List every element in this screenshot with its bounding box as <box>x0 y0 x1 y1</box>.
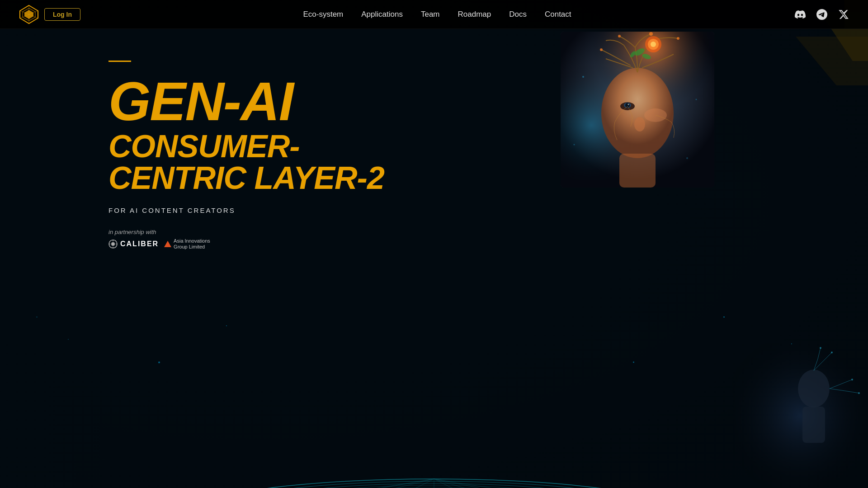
svg-point-26 <box>618 35 621 38</box>
hero-title-sub: CONSUMER- CENTRIC LAYER-2 <box>108 131 384 194</box>
nav-applications[interactable]: Applications <box>361 10 403 19</box>
svg-point-38 <box>686 157 688 159</box>
svg-point-22 <box>625 103 630 108</box>
hero-image-placeholder <box>561 32 714 188</box>
nav-docs[interactable]: Docs <box>509 10 527 19</box>
hero-portrait-svg <box>561 32 714 188</box>
nav-team[interactable]: Team <box>421 10 440 19</box>
partnership-logos: CALIBER Asia InnovationsGroup Limited <box>108 238 384 250</box>
partnership-section: in partnership with CALIBER <box>108 229 384 250</box>
svg-point-39 <box>574 144 575 145</box>
svg-rect-25 <box>619 154 656 188</box>
svg-point-28 <box>677 37 679 40</box>
logo: Log In <box>18 4 80 25</box>
hero-section: GEN-AI CONSUMER- CENTRIC LAYER-2 FOR AI … <box>0 29 868 488</box>
twitter-x-icon[interactable] <box>837 8 850 21</box>
hero-subtitle-line2: CENTRIC LAYER-2 <box>108 162 384 194</box>
caliber-text: CALIBER <box>120 240 159 248</box>
hero-subtitle-line1: CONSUMER- <box>108 131 384 162</box>
svg-point-19 <box>634 117 645 131</box>
telegram-icon[interactable] <box>816 8 828 21</box>
navbar: Log In Eco-system Applications Team Road… <box>0 0 868 29</box>
nav-roadmap[interactable]: Roadmap <box>458 10 491 19</box>
svg-point-32 <box>651 42 656 47</box>
svg-point-27 <box>649 32 653 36</box>
hero-accent-line <box>108 61 131 62</box>
nav-ecosystem[interactable]: Eco-system <box>303 10 343 19</box>
asia-innovations-logo: Asia InnovationsGroup Limited <box>164 238 210 250</box>
svg-point-29 <box>600 48 603 51</box>
nav-social <box>794 8 850 21</box>
svg-point-23 <box>628 104 629 105</box>
hero-text-block: GEN-AI CONSUMER- CENTRIC LAYER-2 FOR AI … <box>108 61 384 250</box>
svg-point-37 <box>696 99 697 100</box>
nav-links: Eco-system Applications Team Roadmap Doc… <box>303 10 571 19</box>
nav-left: Log In <box>18 4 80 25</box>
partnership-label: in partnership with <box>108 229 384 235</box>
caliber-icon <box>108 239 118 249</box>
asia-text: Asia InnovationsGroup Limited <box>174 238 210 250</box>
hero-image <box>561 32 714 188</box>
hero-tagline: FOR AI CONTENT CREATORS <box>108 206 384 214</box>
svg-point-36 <box>582 76 584 78</box>
discord-icon[interactable] <box>794 8 807 21</box>
hero-title-main: GEN-AI <box>108 75 384 127</box>
logo-icon <box>18 4 40 25</box>
asia-triangle-icon <box>164 241 171 247</box>
svg-point-10 <box>111 242 115 246</box>
login-button[interactable]: Log In <box>44 8 80 21</box>
caliber-logo: CALIBER <box>108 239 159 249</box>
nav-contact[interactable]: Contact <box>545 10 571 19</box>
